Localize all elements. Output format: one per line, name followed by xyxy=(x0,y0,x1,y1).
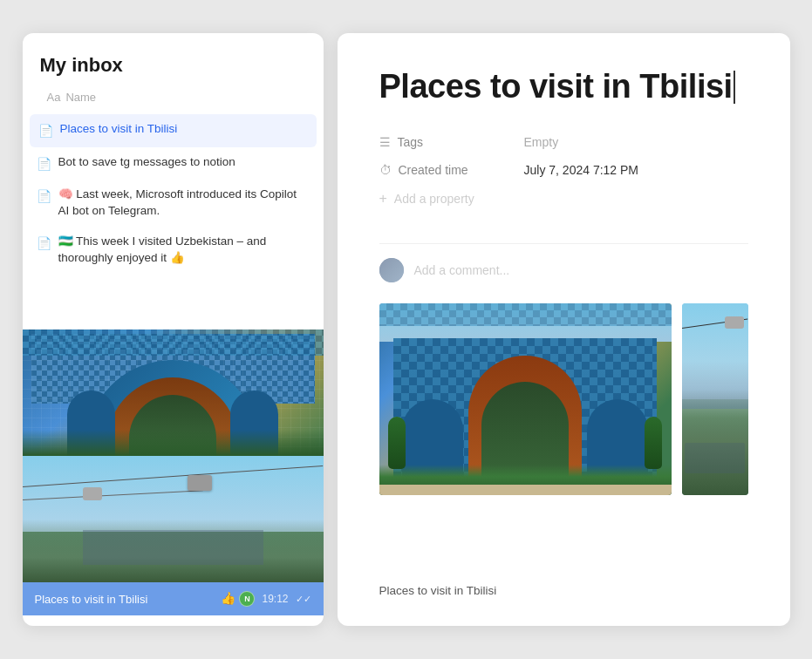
tg-check-icon: ✓✓ xyxy=(296,594,311,605)
inbox-header: My inbox Aa Name xyxy=(23,33,324,114)
notion-images xyxy=(379,303,748,582)
tags-label-text: Tags xyxy=(398,135,424,149)
add-prop-label: Add a property xyxy=(394,192,474,206)
search-prefix: Aa xyxy=(47,91,61,104)
inbox-item-text: Places to visit in Tbilisi xyxy=(60,121,178,138)
tg-image-cablecar xyxy=(23,456,324,582)
tg-avatar: N xyxy=(239,591,255,607)
notion-properties: ☰ Tags Empty ⏱ Created time July 7, 2024… xyxy=(379,130,748,212)
inbox-item-tbilisi[interactable]: 📄 Places to visit in Tbilisi xyxy=(30,114,317,147)
add-prop-icon: + xyxy=(379,191,387,207)
tg-reaction-thumbs: 👍 xyxy=(221,591,235,607)
doc-icon: 📄 xyxy=(37,188,51,206)
tags-row: ☰ Tags Empty xyxy=(379,130,748,154)
inbox-item-tg-bot[interactable]: 📄 Bot to save tg messages to notion xyxy=(23,147,324,180)
comment-placeholder[interactable]: Add a comment... xyxy=(414,263,510,277)
created-time-value: July 7, 2024 7:12 PM xyxy=(524,163,639,177)
inbox-item-uzbekistan[interactable]: 📄 🇺🇿 This week I visited Uzbekistan – an… xyxy=(23,227,324,274)
add-property-button[interactable]: + Add a property xyxy=(379,186,748,212)
tg-message-meta: 👍 N 19:12 ✓✓ xyxy=(221,591,310,607)
doc-icon: 📄 xyxy=(37,156,51,173)
tags-icon: ☰ xyxy=(379,135,391,149)
image-caption: Places to visit in Tbilisi xyxy=(379,582,748,598)
inbox-item-text: Bot to save tg messages to notion xyxy=(58,154,235,171)
tags-label: ☰ Tags xyxy=(379,135,510,149)
tg-reactions: 👍 N xyxy=(221,591,255,607)
created-time-label: ⏱ Created time xyxy=(379,163,510,177)
inbox-item-text: 🇺🇿 This week I visited Uzbekistan – and … xyxy=(58,234,310,267)
telegram-preview: Places to visit in Tbilisi 👍 N 19:12 ✓✓ xyxy=(23,330,324,626)
tg-images xyxy=(23,330,324,582)
inbox-panel: My inbox Aa Name 📄 Places to visit in Tb… xyxy=(23,33,324,626)
notion-panel: Places to visit in Tbilisi ☰ Tags Empty … xyxy=(338,33,790,626)
search-label: Name xyxy=(65,91,96,104)
comment-row[interactable]: Add a comment... xyxy=(379,258,748,282)
notion-page-title[interactable]: Places to visit in Tbilisi xyxy=(379,68,748,105)
inbox-search[interactable]: Aa Name xyxy=(40,87,306,107)
cursor xyxy=(734,71,735,104)
tg-message-bar: Places to visit in Tbilisi 👍 N 19:12 ✓✓ xyxy=(23,582,324,615)
inbox-item-copilot[interactable]: 📄 🧠 Last week, Microsoft introduced its … xyxy=(23,180,324,227)
tg-time: 19:12 xyxy=(262,593,288,605)
created-time-label-text: Created time xyxy=(399,163,468,177)
inbox-list: 📄 Places to visit in Tbilisi 📄 Bot to sa… xyxy=(23,114,324,330)
tg-message-title: Places to visit in Tbilisi xyxy=(35,593,148,606)
tags-value[interactable]: Empty xyxy=(524,135,559,149)
tg-image-building xyxy=(23,330,324,456)
inbox-title: My inbox xyxy=(40,54,306,77)
notion-title-text: Places to visit in Tbilisi xyxy=(379,68,733,105)
divider xyxy=(379,243,748,244)
notion-image-secondary xyxy=(682,303,748,495)
inbox-item-text: 🧠 Last week, Microsoft introduced its Co… xyxy=(58,187,310,220)
clock-icon: ⏱ xyxy=(379,163,392,177)
created-time-row: ⏱ Created time July 7, 2024 7:12 PM xyxy=(379,158,748,182)
avatar xyxy=(379,258,404,282)
notion-image-main xyxy=(379,303,672,495)
doc-icon: 📄 xyxy=(37,235,51,253)
doc-icon: 📄 xyxy=(38,123,53,140)
image-caption-text: Places to visit in Tbilisi xyxy=(379,584,497,597)
